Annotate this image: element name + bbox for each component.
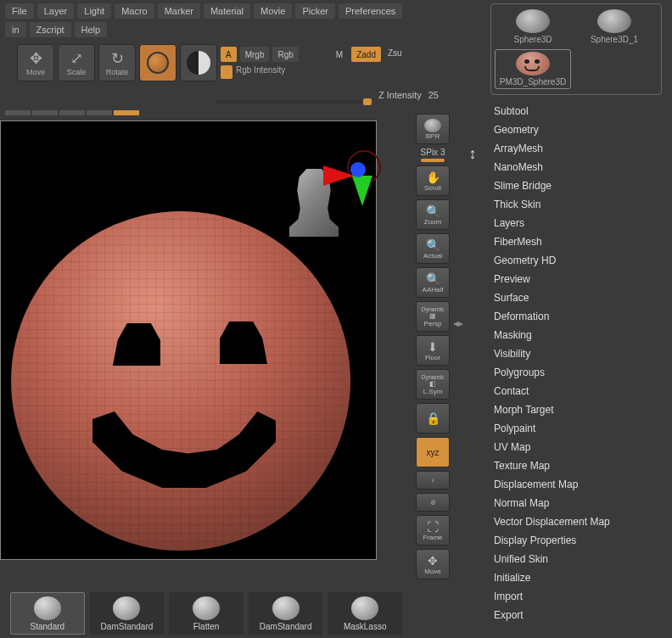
menu-marker[interactable]: Marker [158,3,200,19]
acc-nanomesh[interactable]: NanoMesh [490,158,662,176]
hand-icon: ✋ [426,171,440,184]
menu-light[interactable]: Light [77,3,111,19]
acc-slime-bridge[interactable]: Slime Bridge [490,176,662,195]
rgb-intensity-label: Rgb Intensity [236,65,285,79]
intensity-slider-track[interactable] [216,100,372,104]
menu-movie[interactable]: Movie [254,3,292,19]
menu-in[interactable]: in [5,22,26,37]
paint-zsu[interactable]: Zsu [384,47,406,62]
move-icon: ✥ [428,554,438,568]
intensity-slider-thumb[interactable] [363,98,372,105]
scale-icon: ⤢ [70,49,83,68]
acc-surface[interactable]: Surface [490,288,662,307]
acc-contact[interactable]: Contact [490,382,662,400]
acc-fibermesh[interactable]: FiberMesh [490,232,662,251]
menu-material[interactable]: Material [204,3,250,19]
subtool-label: Sphere3D_1 [591,35,638,44]
spix-setting[interactable]: SPix 3 [416,148,450,162]
gizmo-y-axis [352,176,372,206]
acc-geometry-hd[interactable]: Geometry HD [490,251,662,270]
slot-active[interactable] [114,110,139,115]
side-move-button[interactable]: ✥Move [416,549,450,579]
rotate-tool[interactable]: ↻ Rotate [98,44,136,81]
brush-standard[interactable]: Standard [10,592,85,635]
slot[interactable] [32,110,58,115]
acc-normal-map[interactable]: Normal Map [490,494,662,512]
viewport-side-tools: BPR SPix 3 ✋Scroll 🔍Zoom 🔍Actual 🔍AAHalf… [414,114,451,579]
viewport[interactable] [0,120,377,560]
paint-rgb[interactable]: Rgb [272,47,298,62]
rotate-y-icon: ♀ [430,477,435,484]
rotate-z-button[interactable]: ⊘ [416,493,450,512]
bpr-button[interactable]: BPR [416,114,450,144]
frame-button[interactable]: ⛶Frame [416,515,450,546]
subtool-sphere3d[interactable]: Sphere3D [495,9,571,44]
axis-gizmo[interactable] [328,147,379,198]
acc-deformation[interactable]: Deformation [490,307,662,326]
actual-button[interactable]: 🔍Actual [416,233,450,264]
brush-masklasso[interactable]: MaskLasso [328,592,402,635]
acc-initialize[interactable]: Initialize [490,568,662,587]
menu-zscript[interactable]: Zscript [30,22,71,37]
rotate-y-button[interactable]: ♀ [416,471,450,490]
move-tool[interactable]: ✥ Move [17,44,54,81]
sculpt-sphere[interactable] [11,211,350,551]
acc-display-properties[interactable]: Display Properties [490,531,662,550]
acc-import[interactable]: Import [490,587,662,606]
panel-resize-handle[interactable]: ↕ [467,141,479,166]
menu-macro[interactable]: Macro [115,3,154,19]
menu-picker[interactable]: Picker [295,3,335,19]
acc-vector-displacement-map[interactable]: Vector Displacement Map [490,512,662,531]
subtool-pm3d-sphere[interactable]: PM3D_Sphere3D [495,49,571,89]
acc-export[interactable]: Export [490,606,662,624]
acc-geometry[interactable]: Geometry [490,120,662,139]
acc-polygroups[interactable]: Polygroups [490,363,662,382]
brush-damstandard-2[interactable]: DamStandard [249,592,323,635]
paint-m[interactable]: M [331,47,348,62]
paint-mrgb[interactable]: Mrgb [240,47,270,62]
subtool-sphere3d-1[interactable]: Sphere3D_1 [576,9,652,44]
slot[interactable] [59,110,85,115]
acc-masking[interactable]: Masking [490,326,662,344]
persp-button[interactable]: Dynamic▦Persp [416,301,450,332]
acc-subtool[interactable]: Subtool [490,102,662,120]
acc-preview[interactable]: Preview [490,270,662,288]
acc-unified-skin[interactable]: Unified Skin [490,550,662,568]
frame-icon: ⛶ [427,520,439,534]
menu-layer[interactable]: Layer [37,3,75,19]
menu-file[interactable]: File [5,3,34,19]
brush-strip: Standard DamStandard Flatten DamStandard… [0,589,412,638]
acc-texture-map[interactable]: Texture Map [490,456,662,475]
scroll-button[interactable]: ✋Scroll [416,165,450,196]
color-swatch[interactable] [221,65,232,79]
acc-thick-skin[interactable]: Thick Skin [490,195,662,214]
acc-polypaint[interactable]: Polypaint [490,419,662,438]
brush-mode-active[interactable] [139,44,176,81]
acc-uv-map[interactable]: UV Map [490,438,662,456]
menu-preferences[interactable]: Preferences [339,3,402,19]
slot-strip [0,109,144,117]
scale-tool[interactable]: ⤢ Scale [58,44,95,81]
actual-icon: 🔍 [426,238,440,252]
zoom-button[interactable]: 🔍Zoom [416,199,450,230]
slot[interactable] [87,110,112,115]
lock-button[interactable]: 🔒 [416,403,450,434]
paint-zadd[interactable]: Zadd [351,47,381,62]
floor-button[interactable]: ⬇Floor [416,335,450,366]
lsym-button[interactable]: Dynamic◧L.Sym [416,369,450,400]
material-sphere[interactable] [180,44,217,81]
aahalf-button[interactable]: 🔍AAHalf [416,267,450,298]
acc-layers[interactable]: Layers [490,214,662,232]
acc-displacement-map[interactable]: Displacement Map [490,475,662,494]
slot[interactable] [5,110,31,115]
paint-a[interactable]: A [221,47,237,62]
xyz-button[interactable]: xyz [416,437,450,467]
acc-visibility[interactable]: Visibility [490,344,662,363]
acc-arraymesh[interactable]: ArrayMesh [490,139,662,158]
acc-morph-target[interactable]: Morph Target [490,400,662,419]
brush-flatten[interactable]: Flatten [169,592,244,635]
brush-damstandard[interactable]: DamStandard [90,592,165,635]
panel-collapse-toggle[interactable]: ◂▸ [453,317,463,329]
rotate-icon: ↻ [111,49,124,68]
menu-help[interactable]: Help [75,22,108,37]
